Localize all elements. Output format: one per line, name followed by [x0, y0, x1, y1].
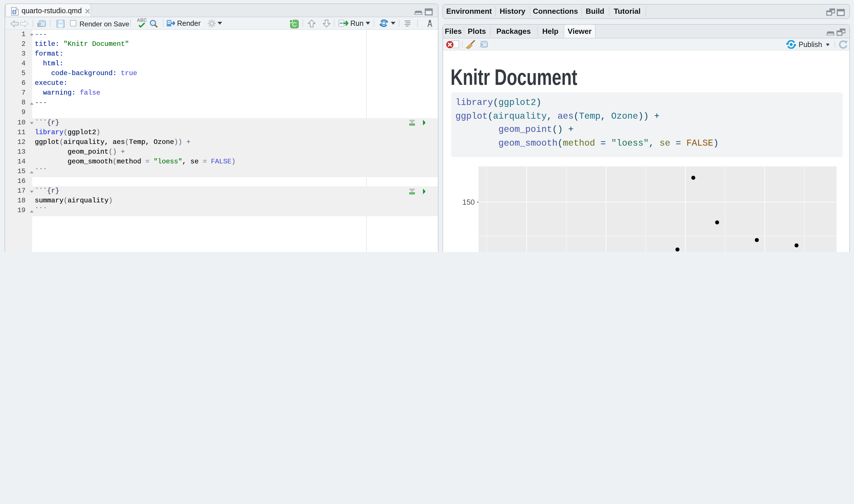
svg-text:C: C: [292, 21, 296, 28]
svg-text:150: 150: [462, 198, 474, 207]
